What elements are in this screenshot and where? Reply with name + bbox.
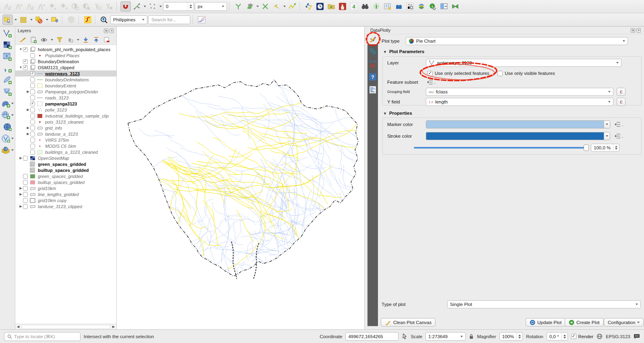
expander-closed-icon[interactable]: ▶ <box>26 90 30 93</box>
snap-intersection-button[interactable] <box>147 1 158 12</box>
snapping-toggle-button[interactable] <box>120 1 131 12</box>
collapse-all-button[interactable] <box>92 35 101 44</box>
stroke-color-expression-button[interactable]: . <box>614 133 623 139</box>
use-visible-features-checkbox[interactable]: Use only visible features <box>497 70 555 76</box>
node-tool-button[interactable] <box>271 1 282 12</box>
node-tool-button-dropdown[interactable] <box>283 1 286 12</box>
layers-float-button[interactable]: ⧉ <box>104 29 108 33</box>
scroll-right-icon[interactable]: ▶ <box>111 325 116 329</box>
select-by-value-button[interactable] <box>18 14 29 25</box>
select-by-location-button[interactable] <box>50 14 60 25</box>
coordinate-input[interactable]: 499672,1654265 <box>345 332 398 341</box>
add-spatialite-button[interactable] <box>3 76 12 85</box>
layer-row[interactable]: ▼hotosm_phl_north_populated_places <box>15 46 116 52</box>
deselect-features-button[interactable] <box>34 14 44 25</box>
clock-plugin-button[interactable] <box>315 1 325 12</box>
layer-row[interactable]: VIIRS 375m <box>15 137 116 143</box>
layer-row[interactable]: grid10km copy <box>15 197 116 203</box>
properties-header[interactable]: ▼Properties <box>383 111 412 116</box>
grouping-field-combo[interactable]: abc fclass <box>426 88 613 96</box>
layer-visibility-checkbox[interactable] <box>30 120 35 124</box>
expand-all-button[interactable] <box>81 35 90 44</box>
tracing-button[interactable] <box>233 1 244 12</box>
map-themes-button-dropdown[interactable] <box>50 35 54 45</box>
expander-open-icon[interactable]: ▼ <box>19 48 23 51</box>
topological-editing-button-dropdown[interactable] <box>143 1 147 12</box>
geocoder-search-button[interactable] <box>99 14 109 25</box>
layer-visibility-checkbox[interactable] <box>30 132 35 136</box>
expander-closed-icon[interactable]: ▶ <box>26 132 30 136</box>
layer-row[interactable]: BoundaryDelineation <box>15 58 116 64</box>
leaf-plugin-button[interactable] <box>371 1 382 12</box>
clean-plot-canvas-button[interactable]: Clean Plot Canvas <box>381 318 436 326</box>
snap-units-combo[interactable]: px <box>195 2 227 11</box>
digitize-segment-button[interactable] <box>244 1 255 12</box>
add-group-button[interactable] <box>29 35 38 44</box>
layer-row[interactable]: buildings_a_3123_cleaned <box>15 149 116 155</box>
magnifier-spinbox[interactable]: 100% <box>500 332 523 341</box>
python-console-button[interactable] <box>303 1 314 12</box>
locator-search-input[interactable]: Type to locate (⌘K) <box>4 332 80 341</box>
help-tab-button[interactable]: ? <box>368 72 377 81</box>
log-messages-icon[interactable] <box>634 334 640 339</box>
expander-closed-icon[interactable]: ▶ <box>19 186 23 190</box>
add-vector-service-button[interactable] <box>1 134 14 143</box>
dataplotly-toolbar-button[interactable] <box>196 14 207 25</box>
expander-closed-icon[interactable]: ▶ <box>19 192 23 196</box>
crs-label[interactable]: EPSG:3123 <box>606 334 630 339</box>
attribute-grid-plugin-button[interactable] <box>382 1 393 12</box>
layer-visibility-checkbox[interactable] <box>30 71 35 76</box>
layer-row[interactable]: boundaryExtent <box>15 83 116 89</box>
layer-visibility-checkbox[interactable] <box>23 198 28 203</box>
reshape-button[interactable] <box>287 1 297 12</box>
customize-tab-button[interactable] <box>368 60 377 68</box>
layer-visibility-checkbox[interactable] <box>30 107 35 112</box>
layer-row[interactable]: Populated Places <box>15 52 116 58</box>
geocoder-search-input[interactable]: Search for... <box>148 15 190 24</box>
pca-plugin-button[interactable]: PCA <box>405 1 415 12</box>
four-plugin-button[interactable]: 4 <box>349 1 359 12</box>
layer-visibility-checkbox[interactable] <box>30 53 35 58</box>
layer-visibility-checkbox[interactable] <box>23 180 28 185</box>
snap-intersection-button-dropdown[interactable] <box>159 1 162 12</box>
opacity-slider-handle[interactable] <box>584 145 589 151</box>
layer-row[interactable]: ▶landuse_3123_clipped <box>15 203 116 209</box>
expander-closed-icon[interactable]: ▶ <box>26 126 30 130</box>
y-field-combo[interactable]: 1.2 length <box>426 98 613 106</box>
plot-type-combo[interactable]: Pie Chart <box>406 37 628 45</box>
settings-tab-button[interactable] <box>368 47 377 56</box>
yfield-expression-button[interactable]: ε <box>617 98 625 106</box>
digitize-segment-button-dropdown[interactable] <box>256 1 259 12</box>
layer-row[interactable]: green_spaces_gridded <box>15 161 116 167</box>
topological-editing-button[interactable] <box>132 1 142 12</box>
layer-visibility-checkbox[interactable] <box>30 150 35 155</box>
add-delimited-text-button[interactable]: , <box>3 64 12 73</box>
identify-plugin-button[interactable]: i <box>427 1 438 12</box>
layer-row[interactable]: industrial_buildings_sample_clip <box>15 113 116 119</box>
layer-row[interactable]: ▶landuse_a_3123 <box>15 131 116 137</box>
map-themes-button[interactable] <box>39 35 48 44</box>
layer-row[interactable]: ▶line_lengths_gridded <box>15 191 116 197</box>
layer-visibility-checkbox[interactable] <box>23 59 28 64</box>
layer-row[interactable]: ▶Pampanga_polygonDivider <box>15 89 116 95</box>
layer-row[interactable]: ▶grid10km <box>15 185 116 191</box>
blue-plugin-button[interactable] <box>394 1 404 12</box>
render-checkbox[interactable]: Render <box>571 333 594 340</box>
layer-row[interactable]: waterways_3123 <box>15 70 116 76</box>
opacity-spinbox[interactable]: 100,0 % <box>591 144 619 152</box>
feature-subset-expression-button[interactable]: . <box>427 79 436 85</box>
layer-row[interactable]: pampanga3123 <box>15 101 116 107</box>
layer-row[interactable]: boundaryDelimitations <box>15 76 116 83</box>
bowtie-plugin-button[interactable] <box>450 1 460 12</box>
layer-stack-plugin-button[interactable] <box>416 1 427 12</box>
dataplotly-close-button[interactable]: ✕ <box>636 28 641 33</box>
scale-combo[interactable]: 1:273649 <box>425 332 466 341</box>
dataplotly-float-button[interactable]: ⧉ <box>631 28 635 33</box>
select-by-value-button-dropdown[interactable] <box>29 14 33 25</box>
vertex-tool-button[interactable] <box>260 1 270 12</box>
extent-tracking-icon[interactable] <box>402 333 407 340</box>
add-raster-layer-button[interactable] <box>3 41 12 50</box>
update-plot-button[interactable]: Update Plot <box>526 318 566 326</box>
code-tab-button[interactable]: </> <box>368 85 377 94</box>
layer-visibility-checkbox[interactable] <box>23 192 28 197</box>
